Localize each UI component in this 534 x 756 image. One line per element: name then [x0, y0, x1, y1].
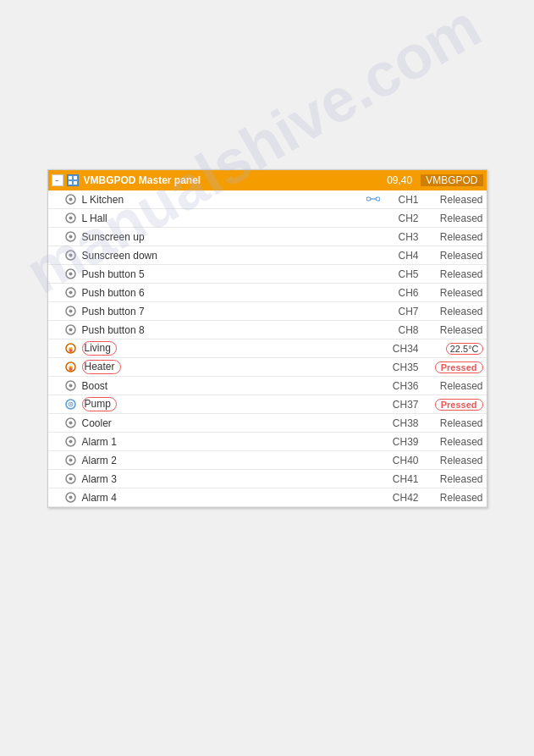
svg-rect-2: [69, 181, 72, 185]
row-channel-cooler: CH38: [387, 417, 419, 429]
row-name-alarm-3: Alarm 3: [82, 473, 387, 485]
svg-point-25: [69, 349, 72, 352]
table-row[interactable]: L Kitchen CH1Released: [48, 190, 487, 209]
table-row[interactable]: PumpCH37Pressed: [48, 395, 487, 414]
row-channel-l-hall: CH2: [387, 212, 419, 224]
svg-point-33: [70, 404, 72, 406]
svg-rect-0: [69, 176, 72, 179]
table-row[interactable]: Alarm 4CH42Released: [48, 488, 487, 507]
dot-icon: [65, 268, 77, 280]
row-name-living: Living: [82, 341, 387, 356]
row-name-l-kitchen: L Kitchen: [82, 194, 366, 206]
table-row[interactable]: Sunscreen upCH3Released: [48, 228, 487, 246]
svg-point-12: [69, 235, 73, 239]
row-name-pump: Pump: [82, 397, 387, 411]
row-channel-sunscreen-up: CH3: [387, 231, 419, 243]
collapse-icon[interactable]: −: [52, 174, 63, 186]
oval-name-living: Living: [82, 341, 117, 356]
pump-icon: [65, 399, 77, 411]
dot-icon: [65, 212, 77, 224]
row-channel-alarm-1: CH39: [387, 436, 419, 448]
row-status-push-button-7: Released: [426, 306, 483, 317]
svg-point-22: [69, 328, 73, 332]
table-row[interactable]: Push button 5CH5Released: [48, 265, 487, 284]
dot-icon: [65, 324, 77, 336]
row-channel-boost: CH36: [387, 380, 419, 392]
svg-point-43: [69, 496, 73, 499]
dot-icon: [65, 287, 77, 299]
svg-point-30: [69, 384, 73, 388]
row-status-alarm-3: Released: [426, 473, 483, 485]
table-row[interactable]: Sunscreen downCH4Released: [48, 246, 487, 265]
dot-icon: [65, 250, 77, 262]
panel-address: 09,40: [387, 174, 412, 186]
row-name-boost: Boost: [82, 380, 387, 392]
row-channel-push-button-7: CH7: [387, 306, 419, 317]
panel-title: VMBGPOD Master panel: [84, 174, 388, 186]
row-status-living: 22.5°C: [426, 343, 483, 355]
row-name-sunscreen-up: Sunscreen up: [82, 231, 387, 243]
row-status-push-button-5: Released: [426, 268, 483, 280]
status-pressed-badge: Pressed: [435, 399, 483, 411]
type-icon: [67, 174, 79, 186]
row-status-l-kitchen: Released: [426, 194, 483, 206]
panel-container: − VMBGPOD Master panel 09,40 VMBGPOD L K…: [47, 169, 487, 508]
table-row[interactable]: L HallCH2Released: [48, 209, 487, 228]
row-status-push-button-8: Released: [426, 324, 483, 336]
svg-point-39: [69, 459, 73, 462]
row-status-cooler: Released: [426, 417, 483, 429]
table-row[interactable]: Alarm 2CH40Released: [48, 451, 487, 470]
dot-icon: [65, 436, 77, 448]
row-name-cooler: Cooler: [82, 417, 387, 429]
row-channel-push-button-8: CH8: [387, 324, 419, 336]
svg-point-14: [69, 254, 73, 257]
table-row[interactable]: Alarm 1CH39Released: [48, 433, 487, 451]
row-name-push-button-8: Push button 8: [82, 324, 387, 336]
row-channel-living: CH34: [387, 343, 419, 355]
row-status-alarm-1: Released: [426, 436, 483, 448]
row-channel-push-button-6: CH6: [387, 287, 419, 299]
panel-device: VMBGPOD: [421, 174, 482, 186]
row-name-sunscreen-down: Sunscreen down: [82, 250, 387, 262]
svg-point-28: [69, 367, 72, 371]
flame-icon: [65, 343, 77, 355]
oval-name-pump: Pump: [82, 397, 117, 411]
svg-rect-6: [366, 197, 371, 201]
svg-point-5: [69, 198, 73, 201]
row-status-l-hall: Released: [426, 212, 483, 224]
row-status-sunscreen-down: Released: [426, 250, 483, 262]
row-status-sunscreen-up: Released: [426, 231, 483, 243]
row-name-push-button-7: Push button 7: [82, 306, 387, 317]
row-name-alarm-2: Alarm 2: [82, 455, 387, 466]
svg-rect-1: [74, 176, 77, 179]
row-status-push-button-6: Released: [426, 287, 483, 299]
svg-point-20: [69, 310, 73, 313]
row-name-push-button-6: Push button 6: [82, 287, 387, 299]
row-channel-push-button-5: CH5: [387, 268, 419, 280]
row-name-alarm-4: Alarm 4: [82, 492, 387, 504]
row-status-pump: Pressed: [426, 399, 483, 411]
row-name-heater: Heater: [82, 360, 387, 374]
table-row[interactable]: Push button 8CH8Released: [48, 321, 487, 339]
table-row[interactable]: BoostCH36Released: [48, 377, 487, 395]
row-channel-l-kitchen: CH1: [387, 194, 419, 206]
row-channel-sunscreen-down: CH4: [387, 250, 419, 262]
table-row[interactable]: CoolerCH38Released: [48, 414, 487, 433]
table-row[interactable]: Push button 6CH6Released: [48, 284, 487, 302]
oval-name-heater: Heater: [82, 360, 121, 374]
table-row[interactable]: HeaterCH35Pressed: [48, 358, 487, 377]
dot-icon: [65, 417, 77, 429]
row-channel-heater: CH35: [387, 361, 419, 373]
dot-icon: [65, 380, 77, 392]
dot-icon: [65, 194, 77, 206]
svg-rect-3: [74, 181, 77, 185]
row-status-alarm-2: Released: [426, 455, 483, 466]
row-status-alarm-4: Released: [426, 492, 483, 504]
table-row[interactable]: Push button 7CH7Released: [48, 302, 487, 321]
svg-point-18: [69, 291, 73, 295]
rows-container: L Kitchen CH1Released L HallCH2Released …: [48, 190, 487, 507]
table-row[interactable]: LivingCH3422.5°C: [48, 339, 487, 358]
table-row[interactable]: Alarm 3CH41Released: [48, 470, 487, 488]
row-name-push-button-5: Push button 5: [82, 268, 387, 280]
svg-point-35: [69, 422, 73, 425]
